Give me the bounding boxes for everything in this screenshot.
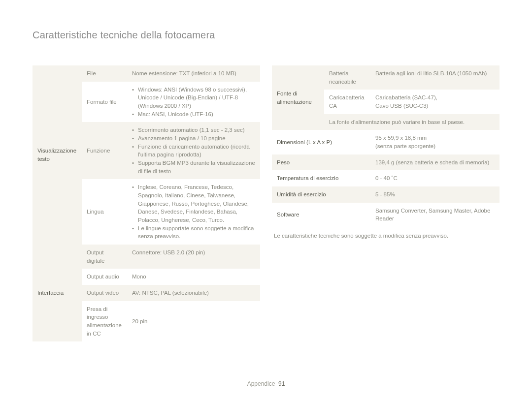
- sub-presa: Presa di ingresso alimentazione in CC: [82, 301, 127, 342]
- list-funzione: Scorrimento automatico (1,1 sec - 2,3 se…: [132, 126, 255, 175]
- hdr-temperatura: Temperatura di esercizio: [272, 170, 370, 186]
- val-output-digitale: Connettore: USB 2.0 (20 pin): [127, 245, 260, 269]
- row-batteria: Fonte di alimentazione Batteria ricarica…: [272, 65, 499, 90]
- val-presa: 20 pin: [127, 301, 260, 342]
- list-item: Avanzamento 1 pagina / 10 pagine: [132, 134, 255, 143]
- val-peso: 139,4 g (senza batteria e scheda di memo…: [370, 154, 499, 171]
- row-umidita: Umidità di esercizio 5 - 85%: [272, 186, 499, 203]
- val-software: Samsung Converter, Samsung Master, Adobe…: [370, 203, 499, 227]
- content-columns: Visualizzazione testo File Nome estensio…: [33, 65, 499, 341]
- val-funzione: Scorrimento automatico (1,1 sec - 2,3 se…: [127, 122, 260, 179]
- group-header-visualizzazione: Visualizzazione testo: [33, 65, 82, 245]
- row-output-digitale: Interfaccia Output digitale Connettore: …: [33, 245, 260, 269]
- page-footer: Appendice 91: [0, 380, 532, 387]
- sub-file: File: [82, 65, 127, 82]
- sub-output-video: Output video: [82, 285, 127, 301]
- list-formatofile: Windows: ANSI (Windows 98 o successivi),…: [132, 86, 255, 119]
- sub-lingua: Lingua: [82, 179, 127, 245]
- val-file: Nome estensione: TXT (inferiori a 10 MB): [127, 65, 260, 82]
- val-dimensioni: 95 x 59,9 x 18,8 mm (senza parte sporgen…: [370, 130, 499, 154]
- hdr-dimensioni: Dimensioni (L x A x P): [272, 130, 370, 154]
- hdr-umidita: Umidità di esercizio: [272, 186, 370, 203]
- list-lingua: Inglese, Coreano, Francese, Tedesco, Spa…: [132, 183, 255, 241]
- sub-funzione: Funzione: [82, 122, 127, 179]
- sub-output-audio: Output audio: [82, 269, 127, 285]
- footer-page-number: 91: [278, 380, 285, 387]
- row-file: Visualizzazione testo File Nome estensio…: [33, 65, 260, 82]
- page-title: Caratteristiche tecniche della fotocamer…: [33, 30, 499, 41]
- hdr-peso: Peso: [272, 154, 370, 171]
- val-batteria: Batteria agli ioni di litio SLB-10A (105…: [370, 65, 499, 90]
- row-temperatura: Temperatura di esercizio 0 - 40 ˚C: [272, 170, 499, 186]
- hdr-software: Software: [272, 203, 370, 227]
- list-item: Inglese, Coreano, Francese, Tedesco, Spa…: [132, 183, 255, 224]
- sub-carica: Caricabatteria CA: [324, 90, 370, 114]
- list-item: Supporta BGM MP3 durante la visualizzazi…: [132, 159, 255, 175]
- val-output-audio: Mono: [127, 269, 260, 285]
- val-output-video: AV: NTSC, PAL (selezionabile): [127, 285, 260, 301]
- val-temperatura: 0 - 40 ˚C: [370, 170, 499, 186]
- right-table: Fonte di alimentazione Batteria ricarica…: [272, 65, 499, 227]
- row-dimensioni: Dimensioni (L x A x P) 95 x 59,9 x 18,8 …: [272, 130, 499, 154]
- sub-batteria: Batteria ricaricabile: [324, 65, 370, 90]
- row-peso: Peso 139,4 g (senza batteria e scheda di…: [272, 154, 499, 171]
- sub-formatofile: Formato file: [82, 82, 127, 123]
- list-item: Mac: ANSI, Unicode (UTF-16): [132, 110, 255, 119]
- row-software: Software Samsung Converter, Samsung Mast…: [272, 203, 499, 227]
- disclaimer: Le caratteristiche tecniche sono soggett…: [272, 227, 499, 239]
- list-item: Scorrimento automatico (1,1 sec - 2,3 se…: [132, 126, 255, 134]
- list-item: Windows: ANSI (Windows 98 o successivi),…: [132, 86, 255, 110]
- val-umidita: 5 - 85%: [370, 186, 499, 203]
- list-item: Le lingue supportate sono soggette a mod…: [132, 224, 255, 241]
- val-carica: Caricabatteria (SAC-47), Cavo USB (SUC-C…: [370, 90, 499, 114]
- power-note: La fonte d'alimentazione può variare in …: [324, 114, 499, 130]
- group-header-interfaccia: Interfaccia: [33, 245, 82, 341]
- group-header-fonte: Fonte di alimentazione: [272, 65, 324, 130]
- sub-output-digitale: Output digitale: [82, 245, 127, 269]
- left-table: Visualizzazione testo File Nome estensio…: [33, 65, 260, 341]
- footer-section: Appendice: [247, 380, 275, 387]
- left-column: Visualizzazione testo File Nome estensio…: [33, 65, 260, 341]
- val-lingua: Inglese, Coreano, Francese, Tedesco, Spa…: [127, 179, 260, 245]
- right-column: Fonte di alimentazione Batteria ricarica…: [272, 65, 499, 341]
- val-formatofile: Windows: ANSI (Windows 98 o successivi),…: [127, 82, 260, 123]
- list-item: Funzione di caricamento automatico (rico…: [132, 143, 255, 159]
